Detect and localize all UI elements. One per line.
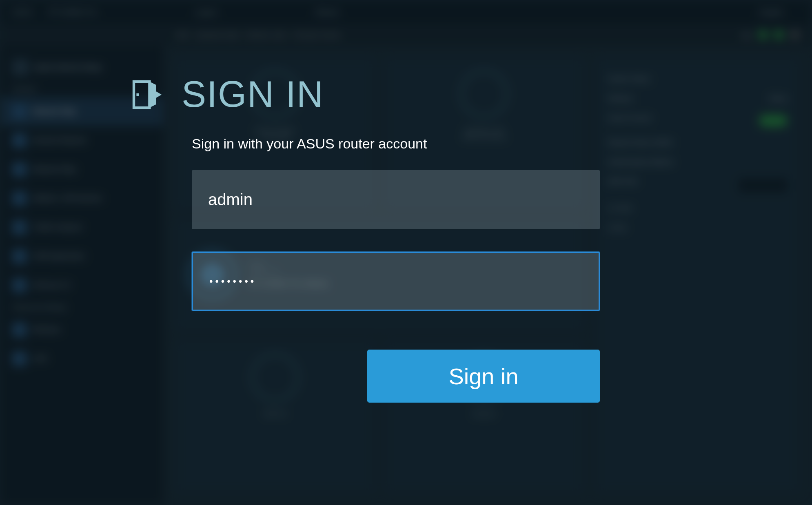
svg-marker-2 (156, 91, 162, 98)
signin-door-icon (131, 78, 163, 111)
signin-title: SIGN IN (182, 73, 324, 115)
svg-rect-3 (136, 93, 139, 95)
signin-form: Sign in (192, 170, 612, 403)
password-input[interactable] (192, 252, 600, 311)
svg-rect-0 (134, 82, 149, 108)
signin-modal: SIGN IN Sign in with your ASUS router ac… (131, 73, 612, 403)
username-input[interactable] (192, 170, 600, 229)
signin-header: SIGN IN (131, 73, 612, 115)
signin-subtitle: Sign in with your ASUS router account (192, 136, 612, 152)
svg-marker-1 (149, 82, 156, 108)
signin-button[interactable]: Sign in (367, 350, 600, 403)
